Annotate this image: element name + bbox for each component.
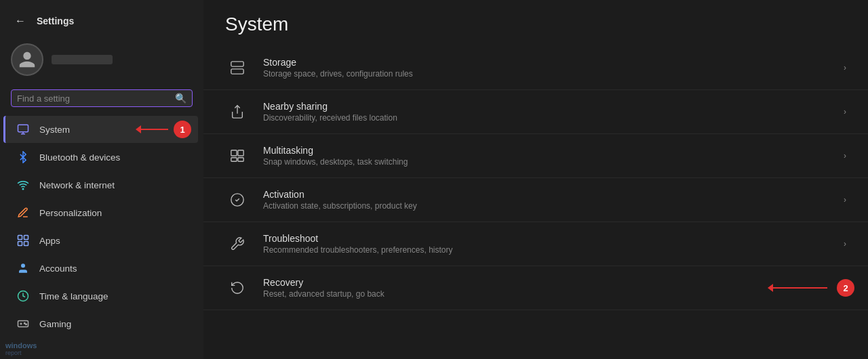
sidebar-item-apps[interactable]: Apps xyxy=(5,227,198,254)
svg-point-3 xyxy=(22,188,24,190)
sidebar-item-bluetooth[interactable]: Bluetooth & devices xyxy=(5,144,198,171)
setting-item-multitasking[interactable]: MultitaskingSnap windows, desktops, task… xyxy=(203,134,868,178)
setting-title-activation: Activation xyxy=(263,189,830,200)
page-title: System xyxy=(203,0,868,46)
activation-icon xyxy=(225,188,250,212)
bluetooth-nav-icon xyxy=(16,150,30,164)
setting-title-storage: Storage xyxy=(263,57,830,68)
storage-icon xyxy=(225,56,250,80)
setting-text-recovery: RecoveryReset, advanced startup, go back xyxy=(263,277,830,299)
sidebar-item-label-system: System xyxy=(39,125,70,135)
main-content: System StorageStorage space, drives, con… xyxy=(203,0,868,359)
username-bar xyxy=(52,55,113,64)
avatar xyxy=(11,43,43,76)
user-section xyxy=(0,38,203,87)
search-input[interactable] xyxy=(17,93,175,104)
setting-text-storage: StorageStorage space, drives, configurat… xyxy=(263,57,830,79)
chevron-icon-activation: › xyxy=(844,195,846,205)
sidebar-item-label-personalization: Personalization xyxy=(39,208,102,218)
personalization-nav-icon xyxy=(16,206,30,219)
sidebar-header: ← Settings xyxy=(0,7,203,38)
svg-rect-7 xyxy=(24,242,28,246)
sidebar-item-label-gaming: Gaming xyxy=(39,319,71,329)
svg-point-13 xyxy=(24,323,26,324)
svg-rect-20 xyxy=(231,150,237,156)
step1-arrow xyxy=(136,125,168,133)
setting-desc-nearby-sharing: Discoverability, received files location xyxy=(263,113,830,123)
svg-rect-16 xyxy=(231,69,243,74)
svg-rect-5 xyxy=(24,236,28,240)
svg-rect-21 xyxy=(238,150,243,156)
troubleshoot-icon xyxy=(225,232,250,256)
svg-rect-23 xyxy=(238,158,243,162)
setting-title-recovery: Recovery xyxy=(263,277,830,288)
watermark: windows report xyxy=(0,339,68,359)
sidebar-item-label-apps: Apps xyxy=(39,236,60,246)
svg-rect-6 xyxy=(18,242,22,246)
nearby-sharing-icon xyxy=(225,100,250,124)
search-input-wrap: 🔍 xyxy=(11,89,193,107)
sidebar-item-time[interactable]: Time & language xyxy=(5,282,198,310)
setting-text-activation: ActivationActivation state, subscription… xyxy=(263,189,830,211)
chevron-icon-storage: › xyxy=(844,63,846,72)
sidebar-item-label-bluetooth: Bluetooth & devices xyxy=(39,152,120,163)
setting-text-multitasking: MultitaskingSnap windows, desktops, task… xyxy=(263,145,830,167)
svg-point-8 xyxy=(21,263,25,268)
setting-desc-storage: Storage space, drives, configuration rul… xyxy=(263,69,830,79)
svg-rect-15 xyxy=(231,62,243,66)
svg-point-14 xyxy=(26,324,27,325)
setting-item-nearby-sharing[interactable]: Nearby sharingDiscoverability, received … xyxy=(203,90,868,134)
sidebar: ← Settings 🔍 System1Bluetooth & devicesN… xyxy=(0,0,203,359)
sidebar-item-label-network: Network & internet xyxy=(39,180,115,190)
step-badge-2: 2 xyxy=(837,279,854,297)
chevron-icon-multitasking: › xyxy=(844,151,846,161)
sidebar-item-system[interactable]: System1 xyxy=(3,116,198,143)
time-nav-icon xyxy=(16,289,30,303)
accounts-nav-icon xyxy=(16,261,30,275)
setting-item-activation[interactable]: ActivationActivation state, subscription… xyxy=(203,178,868,222)
chevron-icon-nearby-sharing: › xyxy=(844,107,846,117)
chevron-icon-troubleshoot: › xyxy=(844,239,846,249)
setting-title-troubleshoot: Troubleshoot xyxy=(263,233,830,244)
network-nav-icon xyxy=(16,178,30,192)
setting-desc-multitasking: Snap windows, desktops, task switching xyxy=(263,157,830,167)
sidebar-item-label-accounts: Accounts xyxy=(39,263,77,274)
back-button[interactable]: ← xyxy=(11,12,30,30)
multitasking-icon xyxy=(225,144,250,168)
apps-nav-icon xyxy=(16,234,30,247)
watermark-line2: report xyxy=(5,350,62,356)
sidebar-item-network[interactable]: Network & internet xyxy=(5,171,198,198)
sidebar-item-personalization[interactable]: Personalization xyxy=(5,199,198,226)
app-title: Settings xyxy=(37,16,74,26)
setting-desc-recovery: Reset, advanced startup, go back xyxy=(263,289,830,299)
nav-items-list: System1Bluetooth & devicesNetwork & inte… xyxy=(0,115,203,359)
sidebar-item-gaming[interactable]: Gaming xyxy=(5,310,198,337)
search-button[interactable]: 🔍 xyxy=(175,93,186,104)
setting-item-storage[interactable]: StorageStorage space, drives, configurat… xyxy=(203,46,868,90)
recovery-icon xyxy=(225,276,250,300)
setting-desc-troubleshoot: Recommended troubleshooters, preferences… xyxy=(263,245,830,255)
svg-rect-0 xyxy=(18,125,28,132)
sidebar-item-accounts[interactable]: Accounts xyxy=(5,255,198,282)
search-container: 🔍 xyxy=(0,87,203,115)
setting-title-multitasking: Multitasking xyxy=(263,145,830,156)
settings-list: StorageStorage space, drives, configurat… xyxy=(203,46,868,310)
svg-rect-22 xyxy=(231,158,237,162)
gaming-nav-icon xyxy=(16,317,30,331)
setting-title-nearby-sharing: Nearby sharing xyxy=(263,101,830,112)
watermark-line1: windows xyxy=(5,341,62,350)
system-nav-icon xyxy=(16,123,30,136)
sidebar-item-label-time: Time & language xyxy=(39,291,108,301)
setting-item-troubleshoot[interactable]: TroubleshootRecommended troubleshooters,… xyxy=(203,222,868,266)
setting-desc-activation: Activation state, subscriptions, product… xyxy=(263,201,830,211)
svg-rect-4 xyxy=(18,236,22,240)
setting-text-troubleshoot: TroubleshootRecommended troubleshooters,… xyxy=(263,233,830,255)
setting-item-recovery[interactable]: RecoveryReset, advanced startup, go back… xyxy=(203,266,868,310)
setting-text-nearby-sharing: Nearby sharingDiscoverability, received … xyxy=(263,101,830,123)
user-icon xyxy=(18,50,37,69)
step-badge-1: 1 xyxy=(174,121,191,138)
